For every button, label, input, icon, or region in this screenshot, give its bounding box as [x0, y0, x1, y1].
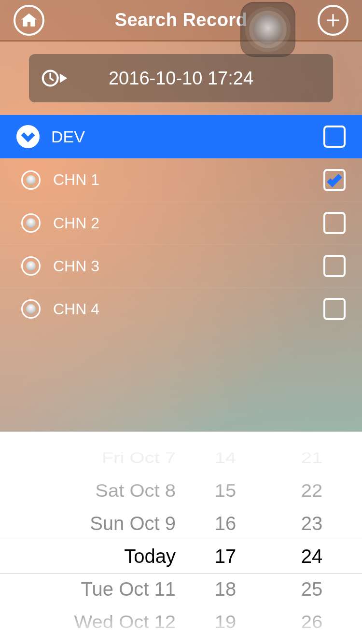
- picker-row[interactable]: 22: [262, 476, 362, 506]
- channel-row[interactable]: CHN 1: [0, 158, 362, 201]
- channel-checkbox[interactable]: [323, 298, 346, 320]
- device-row[interactable]: DEV: [0, 115, 362, 158]
- picker-row[interactable]: 19: [189, 607, 262, 637]
- channel-row[interactable]: CHN 4: [0, 287, 362, 330]
- channel-checkbox[interactable]: [323, 255, 346, 277]
- channel-checkbox[interactable]: [323, 169, 346, 191]
- datetime-picker[interactable]: Thu Oct 6Fri Oct 7Sat Oct 8Sun Oct 9Toda…: [0, 432, 362, 644]
- picker-row[interactable]: 23: [262, 507, 362, 540]
- device-name: DEV: [51, 127, 323, 146]
- picker-row[interactable]: 18: [189, 573, 262, 605]
- clock-play-icon: [42, 67, 69, 89]
- datetime-value: 2016-10-10 17:24: [69, 68, 320, 89]
- home-button[interactable]: [14, 5, 44, 36]
- camera-icon: [21, 299, 41, 319]
- picker-row[interactable]: 15: [189, 476, 262, 506]
- plus-icon: [324, 11, 342, 29]
- home-icon: [20, 11, 38, 29]
- picker-row[interactable]: Wed Oct 12: [0, 607, 189, 637]
- channel-name: CHN 2: [53, 214, 323, 232]
- picker-row[interactable]: 25: [262, 573, 362, 605]
- camera-icon: [21, 256, 41, 276]
- camera-icon: [21, 213, 41, 233]
- channel-name: CHN 3: [53, 257, 323, 275]
- picker-row[interactable]: Thu Oct 13: [0, 642, 189, 644]
- picker-row[interactable]: 17: [189, 540, 262, 573]
- picker-row[interactable]: 26: [262, 607, 362, 637]
- channel-name: CHN 4: [53, 300, 323, 318]
- picker-row[interactable]: 14: [189, 445, 262, 470]
- device-checkbox[interactable]: [323, 126, 346, 148]
- picker-row[interactable]: Tue Oct 11: [0, 573, 189, 605]
- picker-row[interactable]: 27: [262, 642, 362, 644]
- expand-toggle[interactable]: [16, 125, 40, 148]
- picker-row[interactable]: Fri Oct 7: [0, 445, 189, 470]
- picker-row[interactable]: 21: [262, 445, 362, 470]
- picker-row[interactable]: Today: [0, 540, 189, 573]
- channel-checkbox[interactable]: [323, 212, 346, 234]
- assistive-touch[interactable]: [240, 2, 295, 57]
- picker-minute-column[interactable]: 2021222324252627: [262, 432, 362, 644]
- camera-icon: [21, 170, 41, 190]
- picker-row[interactable]: Sun Oct 9: [0, 507, 189, 540]
- picker-date-column[interactable]: Thu Oct 6Fri Oct 7Sat Oct 8Sun Oct 9Toda…: [0, 432, 189, 644]
- check-icon: [326, 171, 343, 189]
- picker-row[interactable]: Thu Oct 6: [0, 432, 189, 434]
- channel-list: CHN 1CHN 2CHN 3CHN 4: [0, 158, 362, 330]
- add-button[interactable]: [318, 5, 348, 36]
- channel-row[interactable]: CHN 3: [0, 244, 362, 287]
- header-bar: Search Record: [0, 0, 362, 42]
- picker-row[interactable]: Sat Oct 8: [0, 476, 189, 506]
- picker-row[interactable]: 13: [189, 432, 262, 434]
- datetime-selector[interactable]: 2016-10-10 17:24: [29, 54, 333, 102]
- picker-row[interactable]: 16: [189, 507, 262, 540]
- picker-row[interactable]: 20: [262, 432, 362, 434]
- channel-row[interactable]: CHN 2: [0, 201, 362, 244]
- chevron-down-icon: [20, 128, 36, 145]
- picker-row[interactable]: 20: [189, 642, 262, 644]
- picker-hour-column[interactable]: 1314151617181920: [189, 432, 262, 644]
- picker-row[interactable]: 24: [262, 540, 362, 573]
- channel-name: CHN 1: [53, 171, 323, 189]
